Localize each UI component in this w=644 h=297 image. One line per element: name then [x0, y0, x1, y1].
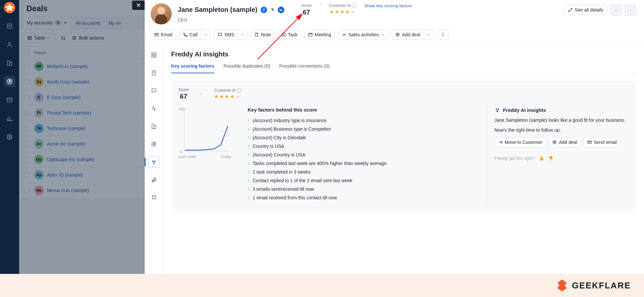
send-email-button[interactable]: Send email: [584, 137, 621, 147]
sales-label: Sales activities: [348, 32, 379, 37]
detail-header: Jane Sampleton (sample) f 𝕏 in Score 67 …: [145, 0, 644, 27]
star-icon: ★: [225, 93, 229, 100]
close-detail-button[interactable]: ✕: [132, 1, 145, 10]
thumbs-up-icon[interactable]: 👍: [539, 156, 544, 161]
nav-settings[interactable]: [4, 131, 15, 143]
separator-dot: [320, 3, 321, 5]
score-trend-chart: 100 0 Last week Today: [178, 107, 238, 204]
task-button[interactable]: Task: [278, 30, 301, 40]
arrow-up-icon: ↑: [248, 135, 250, 140]
factor-item: ↑3 emails sent/received till now: [248, 186, 477, 192]
arrow-up-icon: ↑: [248, 161, 250, 166]
arrow-up-icon: ↑: [248, 195, 250, 200]
see-all-details-button[interactable]: See all details: [564, 5, 607, 15]
freddy-text-2: Now's the right time to follow up.: [494, 127, 629, 133]
card-score-value: 67: [180, 93, 187, 100]
factor-text: (Account) City is Glendale: [253, 135, 306, 140]
app-logo[interactable]: [4, 2, 15, 13]
tab-duplicates[interactable]: Possible duplicates (0): [224, 63, 270, 73]
facebook-icon[interactable]: f: [261, 7, 267, 13]
arrow-up-icon: ↑: [248, 144, 250, 149]
call-dropdown[interactable]: [201, 30, 211, 40]
svg-rect-0: [7, 24, 12, 28]
svg-rect-2: [7, 61, 10, 66]
sidetab-freddy[interactable]: [148, 156, 160, 168]
prev-contact-button[interactable]: ‹: [610, 4, 622, 16]
star-icon: ★: [335, 9, 339, 15]
info-icon[interactable]: i: [237, 88, 241, 93]
sidetab-accounts[interactable]: [148, 120, 160, 132]
svg-point-13: [442, 34, 443, 35]
geekflare-label: GEEKFLARE: [572, 280, 631, 291]
thumbs-down-icon[interactable]: 👎: [548, 156, 553, 161]
add-deal-dropdown[interactable]: [424, 30, 434, 40]
factors-column: Key factors behind this score ↑(Account)…: [248, 107, 477, 204]
svg-rect-17: [152, 56, 153, 57]
fit-stars: ★★★★★: [329, 9, 355, 15]
nav-notifications[interactable]: [4, 20, 15, 32]
factor-text: Contact replied to 1 of the 2 email sent…: [253, 178, 352, 183]
svg-point-6: [9, 136, 11, 138]
nav-analytics[interactable]: [4, 113, 15, 124]
note-button[interactable]: Note: [251, 30, 274, 40]
insights-content: Freddy AI insights Key scoring factors P…: [163, 45, 644, 297]
add-deal-label-2: Add deal: [559, 140, 577, 145]
card-score-label: Score: [178, 87, 189, 92]
factor-text: 1 email received from this contact till …: [253, 195, 337, 200]
sidetab-activities[interactable]: [148, 103, 160, 115]
meeting-button[interactable]: Meeting: [304, 30, 335, 40]
sidetab-details[interactable]: [148, 67, 160, 79]
sidetab-apps[interactable]: [148, 192, 160, 204]
sidetab-deals[interactable]: [148, 138, 160, 150]
sms-label: SMS: [224, 32, 234, 37]
star-icon: ★: [219, 93, 224, 100]
geekflare-logo-icon: [555, 279, 569, 292]
star-icon: ★: [230, 93, 234, 100]
email-button[interactable]: Email: [151, 30, 176, 40]
more-actions-button[interactable]: [437, 30, 449, 40]
add-deal-button[interactable]: Add deal: [392, 30, 424, 40]
sms-button[interactable]: SMS: [214, 30, 238, 40]
svg-rect-3: [10, 62, 12, 66]
call-button-group: Call: [179, 30, 211, 40]
svg-point-28: [496, 109, 497, 110]
left-rail: [0, 0, 19, 297]
svg-point-24: [154, 161, 156, 162]
svg-point-25: [153, 163, 155, 164]
note-label: Note: [261, 32, 271, 37]
sidetab-overview[interactable]: [148, 49, 160, 61]
call-button[interactable]: Call: [179, 30, 201, 40]
svg-point-30: [497, 111, 498, 112]
add-deal-button-2[interactable]: Add deal: [549, 137, 581, 147]
nav-contacts[interactable]: [4, 39, 15, 50]
move-to-customer-button[interactable]: Move to Customer: [494, 137, 546, 147]
next-contact-button[interactable]: ›: [625, 4, 636, 16]
arrow-up-icon: ↑: [248, 169, 250, 175]
tab-key-factors[interactable]: Key scoring factors: [171, 63, 214, 73]
factor-item: ↑Contact replied to 1 of the 2 email sen…: [248, 178, 477, 183]
sms-dropdown[interactable]: [238, 30, 247, 40]
social-links: f 𝕏 in: [261, 7, 284, 13]
sidetab-conversations[interactable]: [148, 85, 160, 97]
sidetab-attachments[interactable]: [148, 174, 160, 186]
contact-avatar[interactable]: [151, 3, 172, 24]
info-icon[interactable]: i: [352, 3, 356, 8]
svg-point-23: [152, 161, 154, 162]
backdrop-dim[interactable]: [19, 0, 145, 297]
factor-item: ↑(Account) Industry type is Insurance: [248, 118, 477, 123]
arrow-up-icon: ↑: [248, 126, 250, 132]
show-scoring-factors-link[interactable]: Show key scoring factors: [364, 3, 412, 8]
sales-activities-button[interactable]: Sales activities: [338, 30, 389, 40]
nav-deals[interactable]: [4, 76, 15, 87]
nav-accounts[interactable]: [4, 57, 15, 69]
footer-strip: GEEKFLARE: [0, 274, 644, 297]
score-value: 67: [303, 9, 310, 16]
contact-detail-panel: Jane Sampleton (sample) f 𝕏 in Score 67 …: [145, 0, 644, 297]
arrow-up-icon: ↑: [248, 178, 250, 183]
linkedin-icon[interactable]: in: [278, 7, 284, 13]
tab-connections[interactable]: Possible connections (0): [279, 63, 330, 73]
factor-item: ↑1 task completed in 3 weeks: [248, 169, 477, 175]
x-icon[interactable]: 𝕏: [269, 7, 276, 13]
sms-button-group: SMS: [214, 30, 247, 40]
nav-email[interactable]: [4, 94, 15, 106]
